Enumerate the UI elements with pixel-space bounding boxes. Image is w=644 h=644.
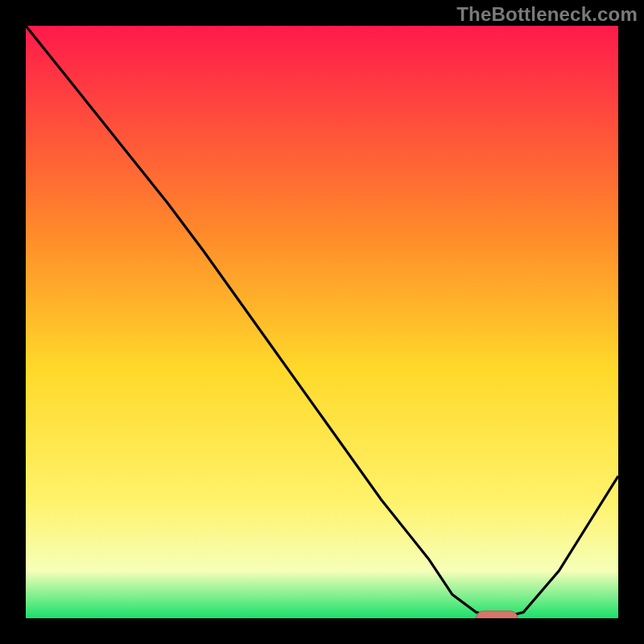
watermark-text: TheBottleneck.com [456, 3, 638, 26]
chart-frame: TheBottleneck.com [0, 0, 644, 644]
bottleneck-chart [0, 0, 644, 644]
plot-background [26, 26, 618, 618]
